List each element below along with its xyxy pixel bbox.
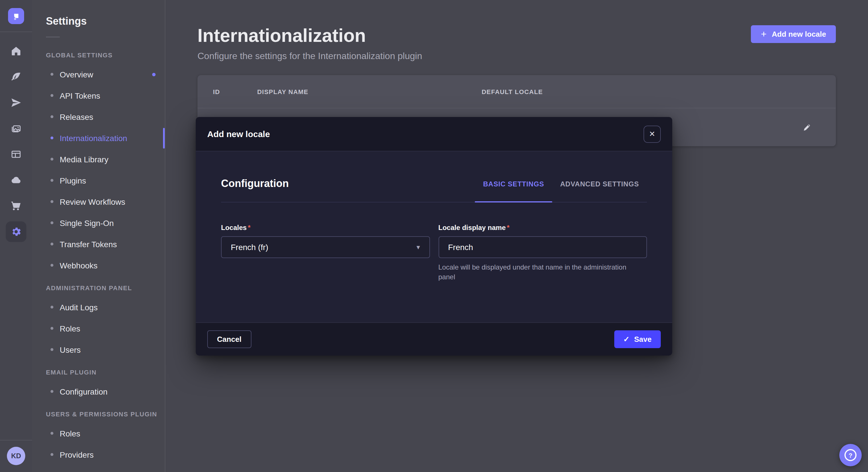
check-icon: ✓ <box>623 335 629 343</box>
cancel-button[interactable]: Cancel <box>207 330 251 348</box>
column-header-default-locale: DEFAULT LOCALE <box>482 88 543 95</box>
sidebar-item-releases[interactable]: Releases <box>46 106 165 127</box>
media-library-icon[interactable] <box>0 115 32 141</box>
sidebar-item-api-tokens[interactable]: API Tokens <box>46 85 165 106</box>
bullet-icon <box>51 264 53 267</box>
sidebar-title: Settings <box>46 15 165 28</box>
cloud-icon[interactable] <box>0 167 32 193</box>
question-mark-icon: ? <box>844 449 857 461</box>
bullet-icon <box>51 115 53 118</box>
sidebar-item-providers[interactable]: Providers <box>46 444 165 465</box>
column-header-id: ID <box>213 88 257 95</box>
section-header-users-permissions-plugin: USERS & PERMISSIONS PLUGIN <box>46 411 165 418</box>
plus-icon: + <box>761 29 767 39</box>
required-asterisk: * <box>248 224 250 232</box>
bullet-icon <box>51 432 53 435</box>
add-locale-modal: Add new locale ✕ Configuration BASIC SET… <box>196 117 672 356</box>
bullet-icon <box>51 200 53 203</box>
strapi-logo-icon[interactable] <box>8 8 24 24</box>
pencil-icon <box>802 123 812 132</box>
page-subtitle: Configure the settings for the Internati… <box>197 51 422 61</box>
marketplace-cart-icon[interactable] <box>0 193 32 218</box>
sidebar-item-transfer-tokens[interactable]: Transfer Tokens <box>46 233 165 255</box>
modal-body: Configuration BASIC SETTINGS ADVANCED SE… <box>196 151 672 322</box>
add-new-locale-button[interactable]: + Add new locale <box>751 25 836 43</box>
settings-tabs: BASIC SETTINGS ADVANCED SETTINGS <box>475 178 647 202</box>
edit-locale-button[interactable] <box>802 123 812 132</box>
modal-header: Add new locale ✕ <box>196 117 672 151</box>
bullet-icon <box>51 158 53 161</box>
tab-advanced-settings[interactable]: ADVANCED SETTINGS <box>552 178 647 202</box>
icon-rail: KD <box>0 0 33 472</box>
notification-dot <box>152 72 156 76</box>
user-avatar[interactable]: KD <box>7 447 25 465</box>
configuration-section-title: Configuration <box>221 178 289 202</box>
bullet-icon <box>51 179 53 182</box>
sidebar-item-overview[interactable]: Overview <box>46 64 165 85</box>
bullet-icon <box>51 243 53 245</box>
bullet-icon <box>51 390 53 393</box>
bullet-icon <box>51 73 53 76</box>
modal-footer: Cancel ✓ Save <box>196 322 672 356</box>
help-button[interactable]: ? <box>839 444 862 466</box>
bullet-icon <box>51 136 53 139</box>
column-header-display-name: DISPLAY NAME <box>257 88 482 95</box>
deploy-icon[interactable] <box>0 90 32 115</box>
modal-title: Add new locale <box>207 129 270 139</box>
sidebar-item-single-sign-on[interactable]: Single Sign-On <box>46 212 165 233</box>
sidebar-item-internationalization[interactable]: Internationalization <box>46 127 165 148</box>
sidebar-item-email-configuration[interactable]: Configuration <box>46 381 165 402</box>
bullet-icon <box>51 348 53 351</box>
sidebar-item-admin-roles[interactable]: Roles <box>46 318 165 339</box>
save-button[interactable]: ✓ Save <box>614 330 661 348</box>
section-header-administration-panel: ADMINISTRATION PANEL <box>46 284 165 292</box>
rail-divider <box>0 32 32 32</box>
content-manager-icon[interactable] <box>0 141 32 167</box>
display-name-hint: Locale will be displayed under that name… <box>438 263 643 282</box>
settings-gear-icon[interactable] <box>0 218 32 244</box>
sidebar-item-up-roles[interactable]: Roles <box>46 423 165 444</box>
section-header-global-settings: GLOBAL SETTINGS <box>46 52 165 59</box>
close-icon: ✕ <box>649 130 655 138</box>
home-icon[interactable] <box>0 38 32 64</box>
locales-select-value: French (fr) <box>231 243 268 252</box>
bullet-icon <box>51 306 53 308</box>
table-header-row: ID DISPLAY NAME DEFAULT LOCALE <box>197 75 836 108</box>
sidebar-item-webhooks[interactable]: Webhooks <box>46 255 165 276</box>
settings-sidebar: Settings GLOBAL SETTINGS Overview API To… <box>32 0 165 472</box>
section-header-email-plugin: EMAIL PLUGIN <box>46 369 165 376</box>
sidebar-item-users[interactable]: Users <box>46 339 165 360</box>
required-asterisk: * <box>507 224 509 232</box>
title-divider <box>46 37 60 37</box>
display-name-input[interactable] <box>438 236 647 258</box>
close-modal-button[interactable]: ✕ <box>644 125 661 142</box>
sidebar-item-review-workflows[interactable]: Review Workflows <box>46 191 165 212</box>
bullet-icon <box>51 453 53 456</box>
content-type-builder-icon[interactable] <box>0 64 32 90</box>
rail-divider <box>0 440 32 440</box>
locales-select[interactable]: French (fr) ▾ <box>221 236 430 258</box>
chevron-down-icon: ▾ <box>416 243 420 251</box>
sidebar-item-audit-logs[interactable]: Audit Logs <box>46 297 165 318</box>
page-title: Internationalization <box>197 25 422 46</box>
display-name-label: Locale display name* <box>438 224 647 232</box>
locales-label: Locales* <box>221 224 430 232</box>
bullet-icon <box>51 94 53 97</box>
tab-basic-settings[interactable]: BASIC SETTINGS <box>475 178 552 202</box>
sidebar-item-media-library[interactable]: Media Library <box>46 148 165 170</box>
bullet-icon <box>51 222 53 224</box>
bullet-icon <box>51 327 53 330</box>
app-screen: KD Settings GLOBAL SETTINGS Overview API… <box>0 0 868 472</box>
sidebar-item-plugins[interactable]: Plugins <box>46 170 165 191</box>
